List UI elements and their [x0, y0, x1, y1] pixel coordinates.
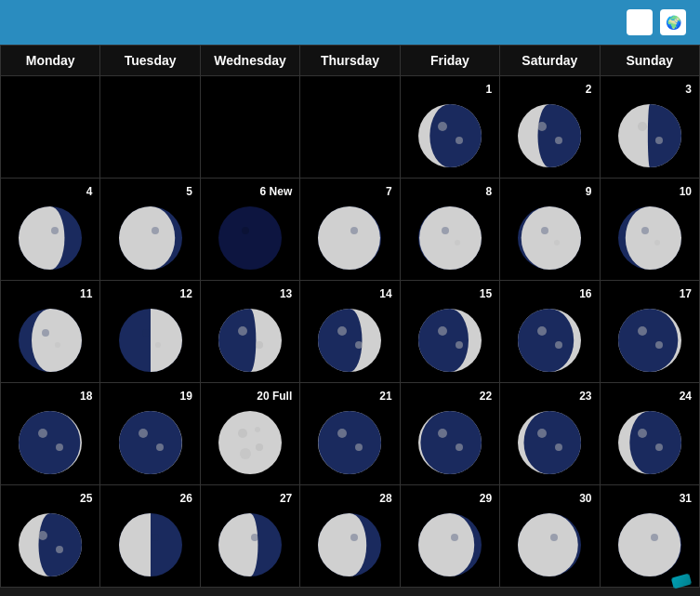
svg-point-57 [255, 427, 260, 432]
svg-point-53 [218, 411, 282, 474]
moon-phase [205, 302, 296, 378]
svg-point-12 [152, 227, 159, 234]
svg-point-27 [42, 329, 49, 337]
day-number: 16 [504, 285, 595, 302]
calendar-cell [100, 76, 200, 179]
svg-point-21 [541, 227, 548, 234]
svg-point-74 [152, 534, 159, 541]
calendar-cell: 22 [400, 383, 499, 485]
calendar-cell: 25 [1, 485, 100, 588]
moon-phase [205, 404, 296, 481]
calendar-cell: 8 [400, 179, 499, 281]
calendar-cell: 13 [200, 281, 299, 383]
svg-point-7 [638, 122, 647, 131]
svg-point-40 [456, 341, 463, 349]
day-number: 21 [304, 387, 395, 404]
svg-point-66 [555, 444, 562, 451]
moon-phase [104, 302, 195, 378]
svg-point-13 [218, 206, 282, 270]
calendar-cell: 6 New [200, 179, 299, 281]
calendar-cell: 28 [300, 485, 400, 588]
moon-phase [5, 507, 96, 583]
svg-point-22 [554, 240, 560, 245]
moon-phase [304, 302, 395, 378]
svg-point-16 [350, 227, 358, 234]
svg-point-43 [555, 341, 562, 349]
moon-phase [5, 200, 96, 276]
calendar-cell: 30 [500, 485, 600, 588]
svg-point-5 [555, 137, 562, 144]
day-number: 26 [104, 489, 195, 507]
day-number: 1 [404, 80, 495, 98]
day-number: 14 [304, 285, 395, 302]
day-number: 31 [604, 489, 695, 507]
day-number: 19 [104, 387, 195, 404]
calendar-cell: 12 [100, 281, 200, 383]
svg-point-71 [38, 531, 47, 540]
svg-point-37 [355, 341, 363, 349]
svg-point-68 [638, 429, 647, 438]
moon-phase [404, 200, 495, 276]
moon-phase [104, 404, 195, 481]
calendar-cell: 9 [500, 179, 600, 281]
day-number: 12 [104, 285, 195, 302]
moon-phase [205, 507, 296, 583]
day-number: 7 [304, 182, 395, 200]
day-number: 23 [504, 387, 595, 404]
calendar-cell: 10 [600, 179, 699, 281]
svg-point-14 [242, 227, 249, 234]
day-number: 30 [504, 489, 595, 507]
calendar-cell: 27 [200, 485, 299, 588]
calendar-cell: 19 [100, 383, 200, 485]
moon-phase [504, 98, 595, 174]
svg-point-80 [451, 534, 458, 541]
calendar-cell: 5 [100, 179, 200, 281]
svg-point-76 [251, 534, 258, 541]
svg-point-33 [238, 326, 247, 336]
svg-point-4 [537, 122, 547, 131]
moon-phase [5, 302, 96, 378]
moon-phase [504, 507, 595, 583]
moon-phase [504, 404, 595, 481]
svg-point-30 [142, 329, 150, 337]
day-number: 17 [604, 285, 695, 302]
weekday-header: Friday [400, 46, 499, 76]
svg-point-62 [438, 429, 447, 438]
day-number: 25 [5, 489, 96, 507]
day-number: 2 [504, 80, 595, 98]
svg-point-36 [337, 326, 347, 336]
svg-point-65 [537, 429, 547, 438]
calendar-cell [1, 76, 100, 179]
weekday-header: Monday [1, 46, 100, 76]
moon-phase [205, 200, 296, 276]
calendar-cell: 11 [1, 281, 100, 383]
svg-point-28 [55, 342, 60, 348]
svg-point-59 [337, 429, 347, 438]
svg-point-46 [655, 341, 663, 349]
day-number: 11 [5, 285, 96, 302]
day-number: 22 [404, 387, 495, 404]
calendar-cell: 24 [600, 383, 699, 485]
calendar-cell: 16 [500, 281, 600, 383]
moon-phase [304, 200, 395, 276]
calendar-cell: 17 [600, 281, 699, 383]
svg-point-51 [139, 429, 148, 438]
svg-point-39 [438, 326, 447, 336]
calendar-cell: 21 [300, 383, 400, 485]
globe-icon[interactable]: 🌍 [660, 9, 686, 35]
moon-phase [404, 98, 495, 174]
moon-phase [304, 507, 395, 583]
s-icon[interactable] [627, 9, 653, 35]
svg-point-49 [56, 444, 63, 451]
calendar-cell: 7 [300, 179, 400, 281]
svg-point-42 [537, 326, 547, 336]
svg-point-56 [240, 448, 251, 459]
svg-point-45 [638, 326, 647, 336]
svg-point-10 [51, 227, 59, 234]
calendar-cell: 18 [1, 383, 100, 485]
calendar-cell: 26 [100, 485, 200, 588]
moon-phase [504, 302, 595, 378]
moon-phase [404, 507, 495, 583]
weekday-header: Wednesday [200, 46, 299, 76]
day-number: 18 [5, 387, 96, 404]
